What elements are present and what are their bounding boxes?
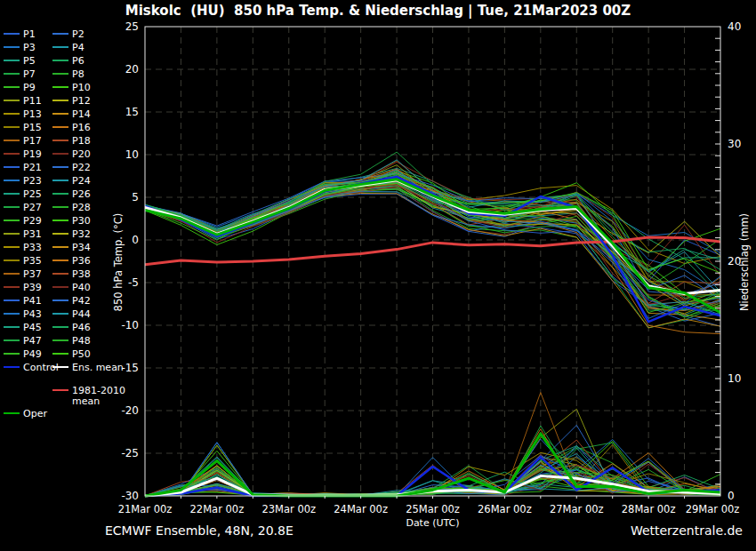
y-left-tick-label: 15 (125, 106, 139, 118)
x-axis-title: Date (UTC) (406, 517, 459, 529)
x-tick-label: 27Mar 00z (550, 503, 604, 515)
x-tick-label: 28Mar 00z (622, 503, 676, 515)
x-tick-label: 21Mar 00z (118, 503, 173, 515)
y-left-tick-label: 0 (132, 234, 139, 246)
y-right-tick-label: 30 (728, 138, 741, 150)
y-left-tick-label: -15 (121, 362, 139, 374)
y-right-tick-label: 10 (728, 372, 741, 385)
y-left-tick-label: 20 (125, 63, 139, 76)
y-left-tick-label: 5 (132, 191, 139, 204)
y-left-tick-label: -25 (121, 447, 139, 459)
x-tick-label: 25Mar 00z (406, 503, 460, 515)
x-tick-label: 24Mar 00z (334, 503, 388, 515)
x-tick-label: 26Mar 00z (478, 503, 532, 515)
x-tick-label: 23Mar 00z (261, 503, 316, 515)
y-left-tick-label: -5 (128, 276, 139, 289)
y-left-axis-title: 850 hPa Temp. (°C) (112, 213, 125, 312)
y-left-tick-label: -30 (121, 490, 139, 502)
model-info-label: ECMWF Ensemble, 48N, 20.8E (105, 523, 294, 538)
x-tick-label: 22Mar 00z (190, 503, 245, 515)
ensemble-forecast-page: Miskolc (HU) 850 hPa Temp. & Niederschla… (0, 0, 756, 551)
y-left-tick-label: -10 (121, 319, 139, 331)
y-right-axis-title: Niederschlag (mm) (738, 213, 751, 311)
y-left-tick-label: 10 (125, 148, 139, 161)
right-axis-ticks (715, 38, 720, 484)
site-credit-label: Wetterzentrale.de (631, 523, 743, 538)
y-right-tick-label: 0 (728, 490, 735, 502)
x-tick-label: 29Mar 00z (686, 503, 740, 515)
ensemble-chart: 2520151050-5-10-15-20-25-3040302010021Ma… (0, 0, 756, 551)
y-left-tick-label: -20 (121, 404, 139, 417)
y-left-tick-label: 25 (125, 20, 139, 33)
y-right-tick-label: 40 (728, 20, 741, 33)
